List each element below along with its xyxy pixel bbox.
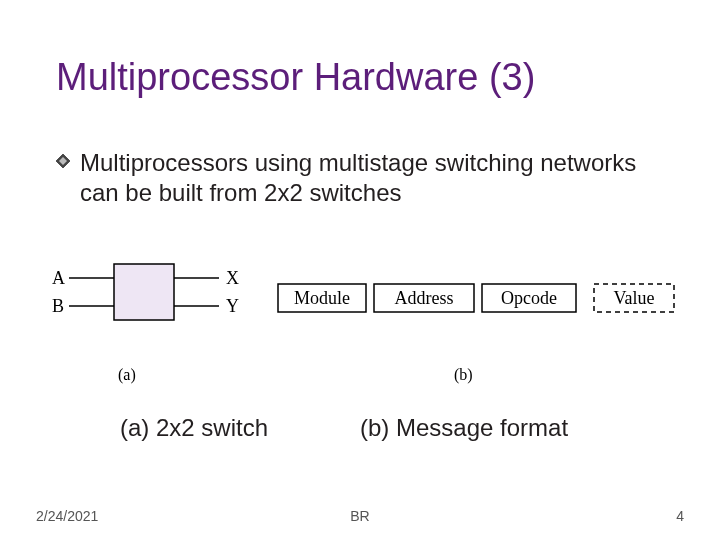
- bullet-text: Multiprocessors using multistage switchi…: [80, 148, 680, 208]
- switch-label-b: B: [52, 296, 64, 316]
- switch-label-x: X: [226, 268, 239, 288]
- switch-diagram: A B X Y: [44, 254, 254, 334]
- footer-date: 2/24/2021: [36, 508, 98, 524]
- caption-a: (a) 2x2 switch: [120, 414, 268, 442]
- packet-diagram: Module Address Opcode Value: [276, 280, 706, 320]
- svg-rect-2: [114, 264, 174, 320]
- footer-page-number: 4: [676, 508, 684, 524]
- diamond-bullet-icon: [56, 154, 72, 172]
- switch-label-y: Y: [226, 296, 239, 316]
- footer-author: BR: [350, 508, 369, 524]
- packet-field-address: Address: [395, 288, 454, 308]
- diagram-area: A B X Y Module Address Opcode Value: [36, 254, 690, 374]
- packet-field-opcode: Opcode: [501, 288, 557, 308]
- slide-footer: 2/24/2021 BR 4: [36, 508, 684, 524]
- bullet-item: Multiprocessors using multistage switchi…: [56, 148, 680, 208]
- packet-field-value: Value: [614, 288, 655, 308]
- sublabel-a: (a): [118, 366, 136, 384]
- slide-title: Multiprocessor Hardware (3): [56, 56, 535, 99]
- packet-field-module: Module: [294, 288, 350, 308]
- caption-b: (b) Message format: [360, 414, 568, 442]
- sublabel-b: (b): [454, 366, 473, 384]
- switch-label-a: A: [52, 268, 65, 288]
